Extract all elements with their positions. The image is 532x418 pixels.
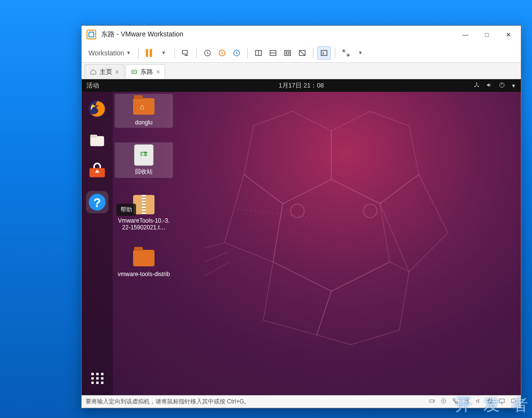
console-view-button[interactable] [317, 46, 331, 60]
maximize-button[interactable]: □ [476, 27, 498, 42]
tab-home[interactable]: 主页 × [85, 64, 124, 79]
close-tab-icon[interactable]: × [115, 68, 119, 76]
desktop-area[interactable]: ⌂ donglu 回收站 VmwareTools-10.-3.22-159020… [113, 92, 521, 395]
vmware-app-icon [86, 30, 96, 39]
gnome-topbar: 活动 1月17日 21：08 ▼ [82, 79, 521, 92]
pause-icon [146, 49, 152, 57]
dock: ? [82, 92, 113, 395]
system-menu-chevron-icon[interactable]: ▼ [511, 83, 516, 88]
archive-icon [133, 195, 154, 214]
svg-rect-8 [285, 50, 291, 55]
device-cd-icon[interactable] [440, 398, 447, 406]
svg-point-39 [443, 401, 444, 401]
svg-rect-40 [453, 399, 455, 401]
view-single-button[interactable] [252, 46, 265, 60]
svg-marker-13 [134, 71, 136, 73]
window-title: 东路 - VMware Workstation [101, 30, 455, 39]
ubuntu-desktop: ? 帮助 [82, 92, 521, 395]
svg-rect-0 [182, 50, 188, 54]
svg-marker-26 [244, 111, 331, 204]
vm-tab-icon [131, 69, 137, 75]
power-dropdown[interactable]: ▼ [157, 46, 171, 60]
svg-marker-27 [331, 111, 419, 204]
vmware-window: 东路 - VMware Workstation — □ ✕ Workstatio… [81, 25, 521, 408]
vm-display[interactable]: 活动 1月17日 21：08 ▼ [82, 79, 521, 395]
wallpaper-art [205, 106, 467, 359]
dock-files[interactable] [86, 129, 108, 151]
dock-tooltip: 帮助 [117, 204, 136, 216]
svg-text:?: ? [93, 196, 101, 209]
trash-icon [134, 144, 154, 166]
home-icon [90, 69, 97, 75]
desktop-folder-distrib[interactable]: vmware-tools-distrib [115, 245, 173, 279]
device-harddisk-icon[interactable] [429, 398, 435, 406]
tabs-bar: 主页 × 东路 × [82, 63, 521, 79]
dock-show-apps[interactable] [86, 367, 108, 389]
view-split-h-button[interactable] [266, 46, 280, 60]
activities-button[interactable]: 活动 [86, 81, 99, 90]
close-button[interactable]: ✕ [498, 27, 519, 42]
svg-line-35 [234, 209, 317, 218]
view-unity-button[interactable] [295, 46, 309, 60]
pause-button[interactable] [142, 46, 156, 60]
workstation-menu[interactable]: Workstation▼ [86, 47, 134, 59]
dock-software[interactable] [86, 160, 108, 182]
snapshot-revert-button[interactable] [215, 46, 229, 60]
snapshot-manager-button[interactable] [230, 46, 243, 60]
network-icon[interactable] [473, 82, 480, 90]
svg-marker-30 [273, 179, 390, 291]
volume-icon[interactable] [486, 82, 493, 90]
svg-marker-32 [317, 262, 409, 345]
titlebar: 东路 - VMware Workstation — □ ✕ [82, 26, 521, 43]
svg-point-37 [433, 401, 434, 401]
home-icon: ⌂ [140, 103, 144, 111]
snapshot-take-button[interactable] [201, 46, 214, 60]
toolbar: Workstation▼ ▼ [82, 43, 521, 63]
desktop-home-folder[interactable]: ⌂ donglu [115, 94, 173, 128]
clock[interactable]: 1月17日 21：08 [278, 81, 324, 90]
svg-point-34 [363, 204, 377, 218]
svg-point-38 [441, 399, 446, 403]
power-icon[interactable] [498, 82, 505, 90]
dock-help[interactable]: ? [86, 191, 108, 213]
svg-marker-28 [224, 174, 283, 262]
minimize-button[interactable]: — [455, 27, 476, 42]
svg-rect-9 [286, 52, 289, 54]
watermark: 开 发 者 [455, 394, 529, 416]
statusbar-hint: 要将输入定向到该虚拟机，请将鼠标指针移入其中或按 Ctrl+G。 [86, 398, 250, 406]
svg-marker-31 [263, 262, 331, 335]
svg-rect-11 [321, 50, 327, 55]
view-fullscreen-button[interactable] [281, 46, 294, 60]
stretch-dropdown[interactable]: ▼ [354, 46, 367, 60]
send-ctrl-alt-del-button[interactable] [179, 46, 192, 60]
dock-firefox[interactable] [86, 98, 108, 120]
svg-point-14 [476, 82, 477, 83]
close-tab-icon[interactable]: × [156, 68, 160, 76]
stretch-button[interactable] [339, 46, 353, 60]
tab-vm[interactable]: 东路 × [125, 64, 165, 79]
svg-marker-29 [380, 174, 448, 272]
svg-rect-21 [90, 135, 97, 138]
svg-point-33 [291, 204, 304, 218]
desktop-trash[interactable]: 回收站 [115, 142, 173, 178]
